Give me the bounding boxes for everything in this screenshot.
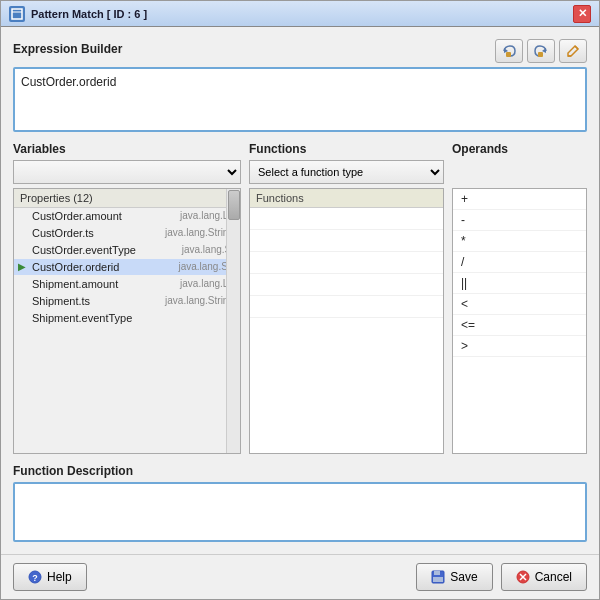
function-description-label: Function Description <box>13 464 587 478</box>
redo-button[interactable] <box>527 39 555 63</box>
window-content: Expression Builder <box>1 27 599 554</box>
close-button[interactable]: ✕ <box>573 5 591 23</box>
functions-label: Functions <box>249 142 444 156</box>
footer: ? Help Save Cancel <box>1 554 599 599</box>
svg-rect-5 <box>538 52 543 57</box>
variables-dropdown-container <box>13 160 241 184</box>
function-row-empty <box>250 230 443 252</box>
expression-value: CustOrder.orderid <box>21 75 116 89</box>
save-button[interactable]: Save <box>416 563 492 591</box>
functions-panel: Functions Select a function type Functio… <box>249 142 444 454</box>
functions-dropdown-container: Select a function type <box>249 160 444 184</box>
function-row-empty <box>250 208 443 230</box>
variables-panel: Variables Properties (12) CustOrder.amou… <box>13 142 241 454</box>
operand-item-minus[interactable]: - <box>453 210 586 231</box>
operands-spacer <box>452 160 587 184</box>
operand-item-or[interactable]: || <box>453 273 586 294</box>
svg-rect-3 <box>506 52 511 57</box>
function-description-section: Function Description <box>13 464 587 542</box>
svg-rect-11 <box>434 571 440 575</box>
edit-button[interactable] <box>559 39 587 63</box>
expression-section: Expression Builder <box>13 39 587 132</box>
function-row-empty <box>250 252 443 274</box>
cancel-button[interactable]: Cancel <box>501 563 587 591</box>
cancel-icon <box>516 570 530 584</box>
svg-line-6 <box>575 46 578 49</box>
list-item[interactable]: CustOrder.eventType java.lang.St <box>14 242 240 259</box>
window-icon <box>9 6 25 22</box>
functions-empty-rows <box>250 208 443 340</box>
function-row-empty <box>250 296 443 318</box>
operand-item-plus[interactable]: + <box>453 189 586 210</box>
main-panels: Variables Properties (12) CustOrder.amou… <box>13 142 587 454</box>
footer-right-buttons: Save Cancel <box>416 563 587 591</box>
list-item[interactable]: CustOrder.ts java.lang.String <box>14 225 240 242</box>
expression-box[interactable]: CustOrder.orderid <box>13 67 587 132</box>
function-row-empty <box>250 318 443 340</box>
expression-header: Expression Builder <box>13 39 587 63</box>
operand-item-lt[interactable]: < <box>453 294 586 315</box>
list-item[interactable]: Shipment.ts java.lang.String <box>14 293 240 310</box>
operands-list[interactable]: + - * / || < <= > <box>452 188 587 454</box>
list-item[interactable]: Shipment.eventType <box>14 310 240 327</box>
svg-rect-12 <box>433 577 443 582</box>
functions-list-header: Functions <box>250 189 443 208</box>
function-description-box[interactable] <box>13 482 587 542</box>
help-icon: ? <box>28 570 42 584</box>
functions-dropdown-row: Select a function type <box>249 160 444 184</box>
main-window: Pattern Match [ ID : 6 ] ✕ Expression Bu… <box>0 0 600 600</box>
toolbar-buttons <box>495 39 587 63</box>
variables-list-container: Properties (12) CustOrder.amount java.la… <box>13 188 241 454</box>
list-item[interactable]: CustOrder.amount java.lang.Lo <box>14 208 240 225</box>
variables-scrollbar[interactable] <box>226 189 240 453</box>
title-bar-left: Pattern Match [ ID : 6 ] <box>9 6 147 22</box>
operands-panel: Operands + - * / || < <= > <box>452 142 587 454</box>
title-bar: Pattern Match [ ID : 6 ] ✕ <box>1 1 599 27</box>
svg-rect-0 <box>12 9 22 19</box>
function-row-empty <box>250 274 443 296</box>
window-title: Pattern Match [ ID : 6 ] <box>31 8 147 20</box>
operand-item-multiply[interactable]: * <box>453 231 586 252</box>
variables-dropdown[interactable] <box>13 160 241 184</box>
operand-item-divide[interactable]: / <box>453 252 586 273</box>
list-item-active[interactable]: CustOrder.orderid java.lang.Str <box>14 259 240 276</box>
operand-item-lte[interactable]: <= <box>453 315 586 336</box>
variables-dropdown-row <box>13 160 241 184</box>
svg-text:?: ? <box>32 573 38 583</box>
help-button[interactable]: ? Help <box>13 563 87 591</box>
list-item[interactable]: Shipment.amount java.lang.Lo <box>14 276 240 293</box>
functions-dropdown[interactable]: Select a function type <box>249 160 444 184</box>
scrollbar-thumb <box>228 190 240 220</box>
expression-label: Expression Builder <box>13 42 122 56</box>
operands-label: Operands <box>452 142 587 156</box>
vars-scroll-container: CustOrder.amount java.lang.Lo CustOrder.… <box>14 208 240 453</box>
variables-list-header: Properties (12) <box>14 189 240 208</box>
save-icon <box>431 570 445 584</box>
functions-list: Functions <box>249 188 444 454</box>
undo-button[interactable] <box>495 39 523 63</box>
operand-item-gt[interactable]: > <box>453 336 586 357</box>
variables-label: Variables <box>13 142 241 156</box>
